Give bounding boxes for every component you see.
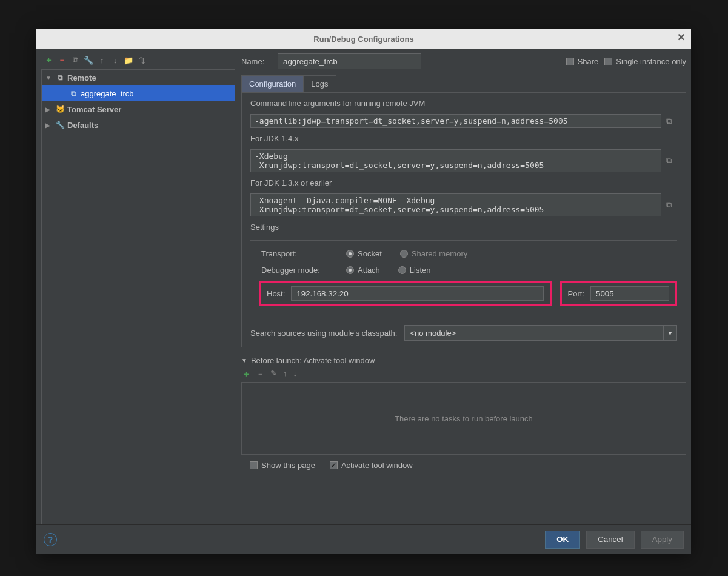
transport-socket-radio[interactable]: Socket — [346, 249, 382, 258]
add-icon[interactable]: ＋ — [44, 55, 53, 65]
run-debug-config-dialog: Run/Debug Configurations ✕ ＋ － ⧉ 🔧 ↑ ↓ 📁… — [36, 29, 691, 554]
sidebar-toolbar: ＋ － ⧉ 🔧 ↑ ↓ 📁 ⇅ — [41, 53, 235, 69]
dialog-footer: ? OK Cancel Apply — [36, 524, 691, 554]
checkbox-checked-icon — [330, 461, 338, 469]
name-label: Name: — [241, 57, 272, 66]
activate-window-checkbox[interactable]: Activate tool window — [330, 461, 413, 470]
before-launch-header[interactable]: ▼ Before launch: Activate tool window — [241, 356, 686, 365]
single-instance-checkbox[interactable]: Single instance only — [604, 57, 686, 66]
up-icon[interactable]: ↑ — [97, 56, 107, 65]
ok-button[interactable]: OK — [545, 531, 580, 549]
debugger-mode-label: Debugger mode: — [261, 266, 346, 275]
apply-button[interactable]: Apply — [641, 531, 684, 549]
before-launch-tasks-list[interactable]: There are no tasks to run before launch — [241, 382, 686, 455]
tree-node-aggregate-trcb[interactable]: ⧉ aggregate_trcb — [42, 85, 235, 101]
tree-node-tomcat[interactable]: ▶ 🐱 Tomcat Server — [42, 101, 235, 117]
remote-config-icon: ⧉ — [68, 89, 78, 98]
tomcat-icon: 🐱 — [55, 105, 65, 113]
name-input[interactable] — [278, 53, 421, 69]
chevron-right-icon: ▶ — [45, 106, 53, 113]
share-checkbox[interactable]: Share — [566, 57, 599, 66]
remote-jvm-args-label: Command line arguments for running remot… — [250, 99, 677, 108]
settings-title: Settings — [250, 223, 677, 232]
show-page-checkbox[interactable]: Show this page — [250, 461, 315, 470]
copy-icon[interactable]: ⧉ — [666, 116, 677, 126]
port-label: Port: — [568, 289, 584, 298]
cancel-button[interactable]: Cancel — [586, 531, 635, 549]
tree-label: aggregate_trcb — [81, 89, 133, 98]
radio-off-icon — [398, 266, 406, 274]
jdk14-label: For JDK 1.4.x — [250, 134, 677, 143]
tab-logs[interactable]: Logs — [303, 75, 336, 92]
config-tree[interactable]: ▼ ⧉ Remote ⧉ aggregate_trcb ▶ 🐱 Tomcat S… — [41, 69, 235, 524]
tree-node-defaults[interactable]: ▶ 🔧 Defaults — [42, 117, 235, 133]
copy-icon[interactable]: ⧉ — [666, 200, 677, 210]
radio-on-icon — [346, 266, 354, 274]
checkbox-icon — [250, 461, 258, 469]
configuration-tab-content: Command line arguments for running remot… — [241, 93, 686, 347]
close-icon[interactable]: ✕ — [677, 32, 685, 43]
tree-label: Defaults — [67, 121, 98, 130]
checkbox-icon — [566, 58, 574, 65]
module-classpath-combo[interactable]: <no module> ▼ — [404, 325, 677, 341]
port-input[interactable] — [590, 286, 669, 301]
wrench-icon[interactable]: 🔧 — [84, 56, 93, 65]
remove-task-icon[interactable]: － — [256, 369, 264, 380]
move-up-icon[interactable]: ↑ — [283, 369, 287, 380]
down-icon[interactable]: ↓ — [110, 56, 120, 65]
jdk13-args-field[interactable]: -Xnoagent -Djava.compiler=NONE -Xdebug -… — [250, 193, 661, 216]
checkbox-icon — [604, 58, 612, 65]
copy-icon[interactable]: ⧉ — [666, 156, 677, 166]
tab-configuration[interactable]: Configuration — [241, 75, 304, 92]
tree-node-remote[interactable]: ▼ ⧉ Remote — [42, 70, 235, 85]
remove-icon[interactable]: － — [57, 55, 67, 65]
radio-on-icon — [346, 250, 354, 258]
empty-tasks-text: There are no tasks to run before launch — [395, 414, 533, 423]
transport-shared-radio[interactable]: Shared memory — [400, 249, 467, 258]
chevron-down-icon: ▼ — [45, 75, 53, 81]
config-panel: Name: Share Single instance only Configu… — [241, 53, 686, 524]
tree-label: Tomcat Server — [67, 105, 121, 114]
before-launch-section: ▼ Before launch: Activate tool window ＋ … — [241, 356, 686, 476]
sort-icon[interactable]: ⇅ — [137, 56, 147, 65]
host-input[interactable] — [291, 286, 543, 301]
transport-label: Transport: — [261, 249, 346, 258]
remote-jvm-args-field[interactable]: -agentlib:jdwp=transport=dt_socket,serve… — [250, 114, 661, 128]
help-icon[interactable]: ? — [44, 533, 57, 546]
debugger-attach-radio[interactable]: Attach — [346, 266, 380, 275]
add-task-icon[interactable]: ＋ — [242, 369, 250, 380]
folder-icon[interactable]: 📁 — [124, 56, 133, 65]
tabs: Configuration Logs — [241, 75, 686, 93]
remote-icon: ⧉ — [55, 73, 65, 82]
combo-value: <no module> — [405, 329, 663, 338]
copy-icon[interactable]: ⧉ — [70, 55, 80, 65]
tree-label: Remote — [67, 73, 96, 82]
edit-task-icon[interactable]: ✎ — [270, 369, 277, 380]
chevron-down-icon: ▼ — [241, 357, 247, 364]
host-highlight: Host: — [259, 281, 552, 306]
radio-off-icon — [400, 250, 408, 258]
titlebar: Run/Debug Configurations ✕ — [36, 29, 691, 49]
chevron-down-icon: ▼ — [663, 326, 676, 340]
host-label: Host: — [267, 289, 285, 298]
sidebar: ＋ － ⧉ 🔧 ↑ ↓ 📁 ⇅ ▼ ⧉ Remote ⧉ aggregate_t… — [41, 53, 235, 524]
jdk13-label: For JDK 1.3.x or earlier — [250, 178, 677, 187]
jdk14-args-field[interactable]: -Xdebug -Xrunjdwp:transport=dt_socket,se… — [250, 149, 661, 172]
debugger-listen-radio[interactable]: Listen — [398, 266, 431, 275]
move-down-icon[interactable]: ↓ — [293, 369, 298, 380]
search-sources-label: Search sources using module's classpath: — [250, 329, 397, 338]
chevron-right-icon: ▶ — [45, 122, 53, 129]
port-highlight: Port: — [560, 281, 677, 306]
dialog-title: Run/Debug Configurations — [313, 35, 413, 44]
wrench-icon: 🔧 — [55, 121, 65, 129]
